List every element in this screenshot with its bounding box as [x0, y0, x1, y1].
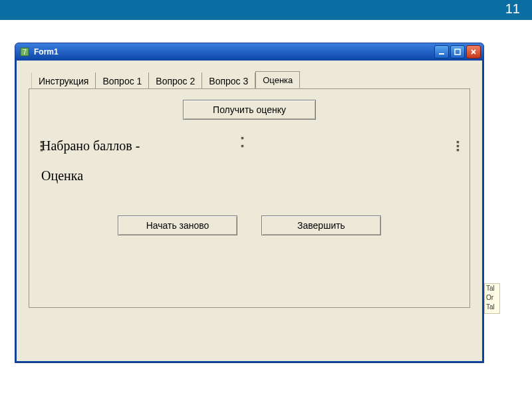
maximize-button[interactable]	[450, 45, 465, 59]
score-block: ▪▪▪ ▪ ▪ ▪▪▪ Набрано баллов - Оценка	[41, 138, 458, 184]
slide-banner: 11	[0, 0, 532, 20]
finish-button[interactable]: Завершить	[261, 215, 381, 235]
score-label: Набрано баллов -	[41, 138, 458, 154]
tab-strip: Инструкция Вопрос 1 Вопрос 2 Вопрос 3 Оц…	[31, 70, 470, 88]
get-grade-button[interactable]: Получить оценку	[183, 100, 316, 120]
page-number: 11	[505, 1, 520, 17]
close-button[interactable]	[466, 45, 481, 59]
tab-question-2[interactable]: Вопрос 2	[149, 72, 202, 89]
stage: 7 Form1 Инструкция Вопрос 1 Вопрос	[15, 43, 500, 375]
svg-rect-2	[439, 53, 444, 55]
window-controls	[434, 45, 481, 59]
client-area: Инструкция Вопрос 1 Вопрос 2 Вопрос 3 Оц…	[15, 61, 483, 362]
tab-panel-grade: Получить оценку ▪▪▪ ▪ ▪ ▪▪▪ Набрано балл…	[29, 88, 470, 308]
grade-label: Оценка	[41, 168, 458, 184]
svg-text:7: 7	[23, 49, 27, 56]
inspector-line: Tal	[486, 284, 499, 293]
form-window: 7 Form1 Инструкция Вопрос 1 Вопрос	[15, 43, 484, 363]
object-inspector-snippet: Tal Or Tal	[484, 283, 500, 314]
svg-rect-3	[455, 49, 460, 55]
tab-grade[interactable]: Оценка	[255, 71, 300, 88]
app-icon: 7	[19, 47, 30, 57]
titlebar[interactable]: 7 Form1	[15, 43, 483, 61]
minimize-button[interactable]	[434, 45, 449, 59]
window-title: Form1	[34, 47, 434, 57]
restart-button[interactable]: Начать заново	[118, 215, 237, 235]
inspector-line: Or	[486, 293, 499, 303]
selection-handle-icon[interactable]: ▪ ▪	[241, 136, 243, 148]
tab-instruction[interactable]: Инструкция	[31, 72, 96, 89]
tab-question-1[interactable]: Вопрос 1	[96, 72, 149, 89]
selection-handle-icon[interactable]: ▪▪▪	[40, 140, 43, 152]
tab-question-3[interactable]: Вопрос 3	[202, 72, 255, 89]
inspector-line: Tal	[486, 303, 499, 312]
selection-handle-icon[interactable]: ▪▪▪	[456, 140, 459, 152]
